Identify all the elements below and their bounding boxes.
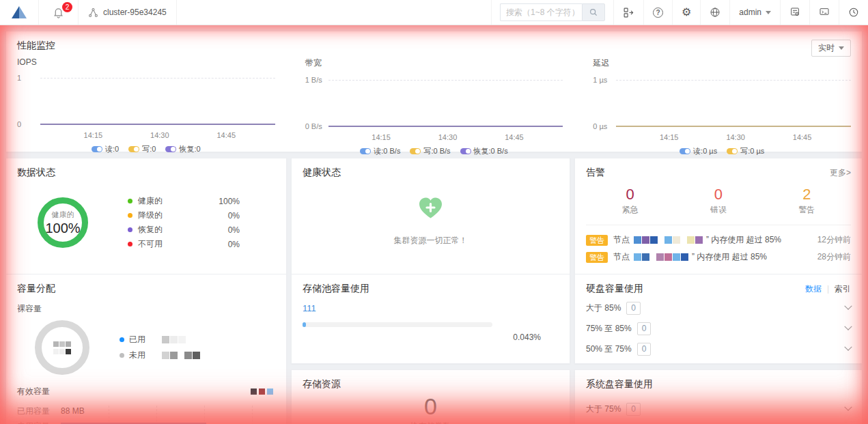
data-status-title: 数据状态 xyxy=(17,167,275,179)
legend-item-healthy: 健康的100% xyxy=(128,194,240,208)
help-button[interactable]: ? xyxy=(643,0,672,25)
disk-range-row: 75% 至 85% 0 xyxy=(586,321,851,336)
topology-button[interactable] xyxy=(613,0,643,25)
alert-time: 12分钟前 xyxy=(817,234,851,246)
toggle-pill-icon xyxy=(727,148,738,154)
x-axis-line xyxy=(616,126,851,127)
toggle-pill-icon xyxy=(360,148,371,154)
language-button[interactable] xyxy=(700,0,729,25)
y-max-label: 1 µs xyxy=(593,76,616,84)
x-axis-ticks: 14:15 14:30 14:45 xyxy=(333,133,563,141)
settings-button[interactable]: ⚙ xyxy=(672,0,700,25)
chevron-down-icon xyxy=(766,11,771,14)
legend-recovery-toggle[interactable]: 恢复:0 xyxy=(165,144,200,154)
green-dot-icon xyxy=(128,199,132,203)
top-navbar: 2 cluster-95e34245 ? ⚙ xyxy=(0,0,868,25)
search-input[interactable] xyxy=(500,3,582,21)
chevron-down-icon[interactable] xyxy=(844,302,852,310)
health-heart-icon xyxy=(418,197,443,220)
charts-row: IOPS 1 0 14:15 14:30 14:45 读:0 写:0 恢复:0 xyxy=(17,57,851,156)
legend-item-unavailable: 不可用0% xyxy=(128,237,240,251)
plot-area xyxy=(17,82,275,120)
search-group xyxy=(491,0,613,25)
alerts-panel: 告警 更多> 0紧急 0错误 2警告 警告 节点 ” 内存使用 超过 85% 1… xyxy=(574,158,863,274)
pool-usage-fill xyxy=(303,322,306,327)
performance-panel: 性能监控 实时 IOPS 1 0 14:15 14:30 14:45 xyxy=(5,31,863,152)
admin-menu[interactable]: admin xyxy=(729,0,780,25)
pool-name-link[interactable]: 111 xyxy=(303,303,559,313)
help-icon: ? xyxy=(653,8,663,18)
counter-error: 0错误 xyxy=(674,186,762,216)
search-button[interactable] xyxy=(582,3,605,21)
cluster-icon xyxy=(88,8,98,18)
chevron-down-icon[interactable] xyxy=(844,404,852,411)
effective-capacity-legend xyxy=(251,388,275,395)
plot-area xyxy=(305,84,563,122)
pool-usage-percent: 0.043% xyxy=(303,333,541,342)
redacted-value xyxy=(53,349,72,354)
legend-read-toggle[interactable]: 读:0 B/s xyxy=(360,146,400,156)
notification-badge: 2 xyxy=(62,2,72,12)
warning-badge: 警告 xyxy=(586,235,608,246)
chevron-down-icon[interactable] xyxy=(844,343,852,351)
legend-item-used: 已用 xyxy=(120,332,201,348)
legend-recovery-toggle[interactable]: 恢复:0 B/s xyxy=(460,146,508,156)
audit-log-button[interactable] xyxy=(780,0,809,25)
cluster-selector[interactable]: cluster-95e34245 xyxy=(79,0,177,25)
chart-title: 延迟 xyxy=(593,57,851,69)
legend-item-degraded: 降级的0% xyxy=(128,208,240,223)
alerts-title: 告警 xyxy=(586,167,605,179)
chart-legend: 读:0 写:0 恢复:0 xyxy=(17,144,275,154)
time-range-dropdown[interactable]: 实时 xyxy=(811,40,851,57)
count-box: 0 xyxy=(626,302,641,315)
tab-data[interactable]: 数据 xyxy=(805,283,822,295)
time-sync-button[interactable] xyxy=(839,0,868,25)
y-min-label: 0 B/s xyxy=(305,122,328,130)
volume-count: 0 xyxy=(303,392,559,421)
chevron-down-icon[interactable] xyxy=(844,323,852,330)
legend-write-toggle[interactable]: 写:0 xyxy=(128,144,156,154)
purple-dot-icon xyxy=(128,227,132,232)
legend-read-toggle[interactable]: 读:0 xyxy=(92,144,119,154)
blue-dot-icon xyxy=(120,337,124,342)
capacity-allocation-panel: 容量分配 裸容量 已用 xyxy=(5,274,287,424)
y-max-label: 1 B/s xyxy=(305,76,328,84)
disk-usage-title: 硬盘容量使用 xyxy=(586,283,643,295)
gear-icon: ⚙ xyxy=(682,7,691,18)
disk-range-row: 大于 85% 0 xyxy=(586,300,851,315)
redacted-node-name xyxy=(634,253,689,261)
warning-badge: 警告 xyxy=(586,252,608,263)
app-logo[interactable] xyxy=(0,0,39,25)
legend-write-toggle[interactable]: 写:0 µs xyxy=(727,146,764,156)
notifications-button[interactable]: 2 xyxy=(39,0,79,25)
legend-item-unused: 未用 xyxy=(120,348,201,363)
cluster-name: cluster-95e34245 xyxy=(103,8,167,17)
document-info-icon xyxy=(789,7,800,18)
health-status-title: 健康状态 xyxy=(303,167,559,179)
tab-index[interactable]: 索引 xyxy=(835,283,851,295)
chart-title: IOPS xyxy=(17,57,275,67)
alert-row[interactable]: 警告 节点 ” 内存使用 超过 85% 28分钟前 xyxy=(586,249,851,266)
alert-row[interactable]: 警告 节点 ” 内存使用 超过 85% 12分钟前 xyxy=(586,231,851,249)
pool-usage-bar xyxy=(303,322,492,327)
redacted-value xyxy=(162,336,186,343)
system-disk-title: 系统盘容量使用 xyxy=(586,378,851,391)
yellow-dot-icon xyxy=(128,213,132,218)
clock-icon xyxy=(848,7,859,18)
gridline xyxy=(616,80,851,81)
effective-capacity-subtitle: 有效容量 xyxy=(17,386,50,397)
count-box: 0 xyxy=(637,322,652,335)
alerts-more-link[interactable]: 更多> xyxy=(830,167,851,179)
x-axis-line xyxy=(40,124,275,125)
task-monitor-icon xyxy=(819,7,830,18)
task-log-button[interactable] xyxy=(809,0,839,25)
legend-read-toggle[interactable]: 读:0 µs xyxy=(680,146,717,156)
redacted-node-name xyxy=(634,236,703,244)
health-status-panel: 健康状态 集群资源一切正常！ xyxy=(291,158,570,274)
capacity-allocation-title: 容量分配 xyxy=(17,283,275,295)
redacted-value xyxy=(53,341,72,347)
dashboard-content: 性能监控 实时 IOPS 1 0 14:15 14:30 14:45 xyxy=(0,25,868,424)
legend-write-toggle[interactable]: 写:0 B/s xyxy=(410,146,450,156)
legend-item-recovering: 恢复的0% xyxy=(128,223,240,237)
data-status-panel: 数据状态 健康的 100% 健康的100% 降级的0% 恢复的0% 不可用0% xyxy=(5,158,287,274)
